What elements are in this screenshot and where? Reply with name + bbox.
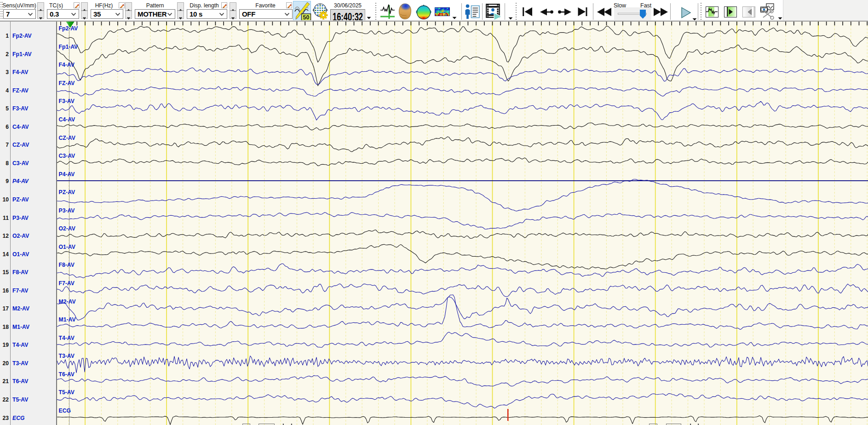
svg-text:50: 50 xyxy=(303,14,310,21)
svg-text:P3-AV: P3-AV xyxy=(59,207,75,214)
svg-text:T4-AV: T4-AV xyxy=(59,335,75,341)
svg-text:O1-AV: O1-AV xyxy=(59,244,76,250)
svg-text:T3-AV: T3-AV xyxy=(59,353,75,359)
svg-text:F8-AV: F8-AV xyxy=(59,262,75,268)
svg-text:P4-AV: P4-AV xyxy=(59,171,75,178)
svg-text:Fp2-AV: Fp2-AV xyxy=(59,25,79,32)
svg-text:16:40:32: 16:40:32 xyxy=(333,11,363,21)
svg-text:PZ-AV: PZ-AV xyxy=(59,189,76,195)
svg-text:M1-AV: M1-AV xyxy=(59,316,76,323)
svg-text:O2-AV: O2-AV xyxy=(59,225,76,232)
svg-text:ECG: ECG xyxy=(59,408,71,414)
svg-text:T6-AV: T6-AV xyxy=(59,371,75,378)
svg-text:CZ-AV: CZ-AV xyxy=(59,135,76,141)
svg-text:F7-AV: F7-AV xyxy=(59,280,75,287)
svg-text:F4-AV: F4-AV xyxy=(59,62,75,68)
svg-text:FZ-AV: FZ-AV xyxy=(59,80,75,86)
svg-text:F3-AV: F3-AV xyxy=(59,98,75,104)
svg-text:C4-AV: C4-AV xyxy=(59,116,76,123)
svg-text:C3-AV: C3-AV xyxy=(59,153,76,159)
svg-text:M2-AV: M2-AV xyxy=(59,299,76,305)
svg-text:Fp1-AV: Fp1-AV xyxy=(59,44,79,50)
svg-text:T5-AV: T5-AV xyxy=(59,389,75,396)
